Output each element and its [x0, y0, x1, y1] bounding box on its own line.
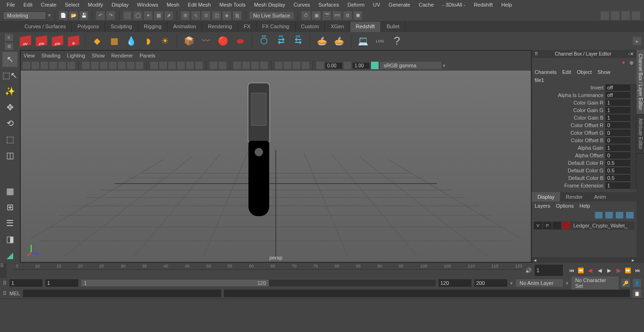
- shelf-tab-bullet[interactable]: Bullet: [381, 22, 406, 32]
- vp-select-cam-icon[interactable]: [23, 62, 30, 69]
- layer-move-down-icon[interactable]: [605, 212, 613, 219]
- vp-grid-icon[interactable]: [82, 62, 90, 69]
- rs-pr1-icon[interactable]: ⬡PR: [257, 34, 271, 48]
- menu-create[interactable]: Create: [37, 1, 60, 8]
- viewport-3d[interactable]: persp: [21, 71, 531, 262]
- rs-env-icon[interactable]: 🔴: [216, 34, 230, 48]
- undo-icon[interactable]: ↶: [96, 11, 105, 20]
- vp-isolate3-icon[interactable]: [284, 62, 291, 69]
- snap-point-icon[interactable]: ⊙: [202, 11, 210, 20]
- snap-curve-icon[interactable]: ∿: [191, 11, 200, 20]
- move-tool[interactable]: ✥: [2, 100, 17, 115]
- range-playback-start-field[interactable]: [45, 279, 78, 287]
- snap-live-icon[interactable]: ◈: [223, 11, 231, 20]
- menu-cache[interactable]: Cache: [415, 1, 438, 8]
- layer-tab-render[interactable]: Render: [560, 192, 588, 202]
- character-set-selector[interactable]: No Character Set: [571, 276, 619, 290]
- time-slider-track[interactable]: 5101520253035404550556065707580859095100…: [7, 263, 524, 278]
- vp-lock-cam-icon[interactable]: [32, 62, 39, 69]
- layer-tab-display[interactable]: Display: [532, 192, 560, 202]
- vtab-attribute-editor[interactable]: Attribute Editor: [636, 114, 644, 154]
- menu-surfaces[interactable]: Surfaces: [315, 1, 343, 8]
- ipr-render-icon[interactable]: IPR: [333, 11, 341, 20]
- time-sound-icon[interactable]: 🔊: [524, 263, 533, 278]
- auto-key-icon[interactable]: 🔑: [621, 279, 630, 287]
- range-end-field[interactable]: [474, 279, 507, 287]
- shelf-toggle-icon[interactable]: ≡: [5, 34, 13, 41]
- new-scene-icon[interactable]: 📄: [59, 11, 67, 20]
- hypershade-icon[interactable]: ⬢: [354, 11, 362, 20]
- shelf-tab-fx-caching[interactable]: FX Caching: [256, 22, 295, 32]
- vp-film-gate-icon[interactable]: [91, 62, 99, 69]
- selected-node-name[interactable]: file1: [532, 76, 636, 84]
- range-dropdown-icon[interactable]: ▾: [510, 280, 513, 286]
- rs-point-light-icon[interactable]: 💧: [124, 34, 138, 48]
- anim-layer-selector[interactable]: No Anim Layer: [516, 279, 563, 287]
- lasso-tool[interactable]: ⬚↖: [2, 68, 17, 83]
- layer-playback-toggle[interactable]: P: [543, 222, 552, 229]
- range-handle-icon[interactable]: ⠿: [3, 280, 7, 286]
- vp-exposure-field[interactable]: 0.00: [325, 63, 342, 69]
- vp-motion-blur-icon[interactable]: [242, 62, 250, 69]
- vp-image-plane-icon[interactable]: [50, 62, 57, 69]
- menu-file[interactable]: File: [3, 1, 19, 8]
- render-view-icon[interactable]: ▣: [312, 11, 321, 20]
- vp-menu-panels[interactable]: Panels: [140, 53, 156, 58]
- render-settings-icon[interactable]: ⚙: [343, 11, 352, 20]
- vp-field-chart-icon[interactable]: [118, 62, 125, 69]
- rs-sun-icon[interactable]: ☀: [158, 34, 172, 48]
- ch-show[interactable]: Show: [597, 69, 611, 75]
- shelf-tab-fx[interactable]: FX: [238, 22, 256, 32]
- shelf-tab-rigging[interactable]: Rigging: [138, 22, 167, 32]
- shelf-tab-animation[interactable]: Animation: [167, 22, 202, 32]
- vp-bookmark-icon[interactable]: [41, 62, 48, 69]
- rotate-tool[interactable]: ⟲: [2, 116, 17, 131]
- rs-ipr2-icon[interactable]: IPR: [52, 35, 63, 46]
- rs-proxy-icon[interactable]: 📦: [182, 34, 196, 48]
- vp-lights-icon[interactable]: [177, 62, 185, 69]
- scale-tool[interactable]: ⬚: [2, 132, 17, 147]
- redo-icon[interactable]: ↷: [107, 11, 115, 20]
- vp-menu-view[interactable]: View: [24, 53, 35, 58]
- display-layer-row[interactable]: V P Ledger_Crypto_Wallet_: [534, 221, 635, 230]
- shelf-tab-polygons[interactable]: Polygons: [72, 22, 105, 32]
- vp-menu-renderer[interactable]: Renderer: [111, 53, 133, 58]
- mel-input[interactable]: [23, 290, 221, 297]
- layer-menu-layers[interactable]: Layers: [535, 203, 550, 209]
- layer-color-swatch[interactable]: [562, 222, 570, 229]
- menu-deform[interactable]: Deform: [344, 1, 368, 8]
- range-start-field[interactable]: [9, 279, 42, 287]
- vp-aa-icon[interactable]: [251, 62, 259, 69]
- menu-help[interactable]: Help: [497, 1, 516, 8]
- rs-volume-icon[interactable]: 〰: [199, 34, 213, 48]
- select-mode-icon[interactable]: ⬚: [123, 11, 132, 20]
- layer-move-up-icon[interactable]: [595, 212, 603, 219]
- vp-safe-action-icon[interactable]: [127, 62, 134, 69]
- rs-bake2-icon[interactable]: 🥧: [332, 34, 346, 48]
- play-forward-icon[interactable]: ▶: [605, 267, 613, 274]
- rs-dome-light-icon[interactable]: ◗: [141, 34, 155, 48]
- shelf-tab-rendering[interactable]: Rendering: [202, 22, 238, 32]
- vp-2d-pan-icon[interactable]: [58, 62, 66, 69]
- layer-menu-help[interactable]: Help: [579, 203, 590, 209]
- layout-outliner-icon[interactable]: ☰: [2, 216, 17, 231]
- snap-plane-icon[interactable]: ◫: [212, 11, 221, 20]
- panel-handle-icon[interactable]: ⠿: [535, 51, 538, 57]
- menu-display[interactable]: Display: [108, 1, 132, 8]
- paint-tool[interactable]: ✨: [2, 84, 17, 99]
- layer-name-label[interactable]: Ledger_Crypto_Wallet_: [571, 223, 627, 228]
- step-forward-key-icon[interactable]: ⏩: [624, 267, 632, 274]
- prefs-icon[interactable]: 👤: [633, 279, 641, 287]
- rs-log-icon[interactable]: LOG: [373, 34, 387, 48]
- vp-res-gate-icon[interactable]: [100, 62, 107, 69]
- range-slider[interactable]: 1 120: [81, 280, 436, 286]
- shelf-tab-curves[interactable]: Curves / Surfaces: [19, 22, 72, 32]
- manipulator-axis-icon[interactable]: ✦: [621, 60, 626, 66]
- vp-isolate2-icon[interactable]: [275, 62, 282, 69]
- rs-physical-icon[interactable]: ⬬: [233, 34, 247, 48]
- shelf-tab-redshift[interactable]: Redshift: [350, 22, 381, 32]
- select-tool[interactable]: ↖: [2, 52, 17, 67]
- layer-tab-anim[interactable]: Anim: [588, 192, 611, 202]
- range-playback-end-field[interactable]: [438, 279, 471, 287]
- vp-gate-mask-icon[interactable]: [109, 62, 116, 69]
